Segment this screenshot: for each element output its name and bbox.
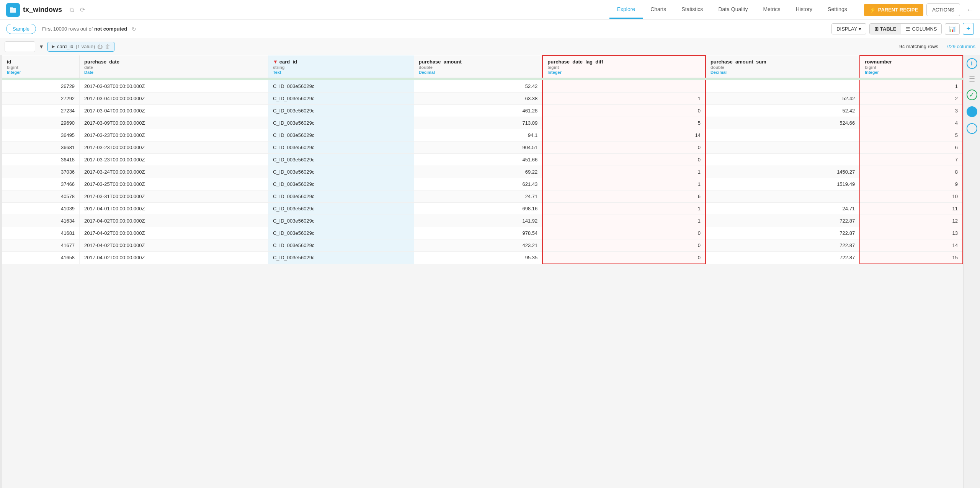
- toolbar: Sample First 10000 rows out of not compu…: [0, 20, 980, 38]
- cell-amount-sum: 52.42: [706, 93, 860, 105]
- cell-card-id: C_ID_003e56029c: [268, 129, 414, 142]
- menu-icon[interactable]: ☰: [969, 75, 975, 83]
- cell-rownumber: 8: [860, 166, 963, 178]
- tab-statistics[interactable]: Statistics: [674, 1, 710, 19]
- cell-rownumber: 4: [860, 117, 963, 129]
- cell-purchase-amount: 52.42: [414, 80, 542, 93]
- cell-purchase-date: 2017-03-31T00:00:00.000Z: [80, 190, 268, 203]
- check-icon[interactable]: ✓: [967, 89, 977, 100]
- tab-metrics[interactable]: Metrics: [755, 1, 788, 19]
- cell-amount-sum: 524.66: [706, 117, 860, 129]
- right-sidebar: i ☰ ✓: [963, 55, 980, 488]
- cell-rownumber: 13: [860, 227, 963, 239]
- cell-purchase-amount: 141.92: [414, 215, 542, 227]
- cell-purchase-amount: 451.66: [414, 154, 542, 166]
- cell-amount-sum: 722.87: [706, 239, 860, 252]
- columns-icon: ☰: [906, 26, 910, 32]
- cell-purchase-date: 2017-03-04T00:00:00.000Z: [80, 93, 268, 105]
- cell-amount-sum: [706, 154, 860, 166]
- cell-lag-diff: 1: [542, 203, 706, 215]
- display-button[interactable]: DISPLAY ▾: [831, 23, 866, 34]
- cell-amount-sum: [706, 80, 860, 93]
- cell-id: 40578: [2, 190, 80, 203]
- filter-delete-button[interactable]: 🗑: [105, 44, 110, 50]
- back-button[interactable]: ←: [966, 5, 974, 14]
- table-row: 410392017-04-01T00:00:00.000ZC_ID_003e56…: [2, 203, 963, 215]
- tab-settings[interactable]: Settings: [820, 1, 855, 19]
- info-icon[interactable]: i: [967, 58, 977, 69]
- table-row: 366812017-03-23T00:00:00.000ZC_ID_003e56…: [2, 142, 963, 154]
- separator: ·: [941, 44, 943, 49]
- cell-purchase-amount: 63.38: [414, 93, 542, 105]
- cell-rownumber: 7: [860, 154, 963, 166]
- table-row: 374662017-03-25T00:00:00.000ZC_ID_003e56…: [2, 178, 963, 190]
- table-row: 364182017-03-23T00:00:00.000ZC_ID_003e56…: [2, 154, 963, 166]
- circle-icon-1[interactable]: [967, 106, 977, 117]
- cell-id: 27292: [2, 93, 80, 105]
- filter-arrow-icon: ▶: [52, 44, 55, 49]
- table-row: 370362017-03-24T00:00:00.000ZC_ID_003e56…: [2, 166, 963, 178]
- cell-card-id: C_ID_003e56029c: [268, 252, 414, 264]
- columns-view-button[interactable]: ☰ COLUMNS: [901, 24, 941, 34]
- matching-rows: 94 matching rows: [899, 44, 938, 49]
- cell-purchase-amount: 69.22: [414, 166, 542, 178]
- sample-button[interactable]: Sample: [6, 24, 36, 34]
- cell-lag-diff: 0: [542, 105, 706, 117]
- table-scroll[interactable]: id bigint Integer purchase_date date Dat…: [2, 55, 963, 488]
- cell-id: 41634: [2, 215, 80, 227]
- refresh-icon[interactable]: ↻: [132, 26, 136, 32]
- tab-history[interactable]: History: [788, 1, 820, 19]
- actions-button[interactable]: ACTIONS: [926, 3, 960, 16]
- cell-purchase-date: 2017-04-02T00:00:00.000Z: [80, 239, 268, 252]
- tab-charts[interactable]: Charts: [643, 1, 674, 19]
- history-icon[interactable]: ⟳: [78, 5, 87, 15]
- cell-amount-sum: 52.42: [706, 105, 860, 117]
- cell-rownumber: 9: [860, 178, 963, 190]
- tab-explore[interactable]: Explore: [609, 1, 643, 19]
- cell-card-id: C_ID_003e56029c: [268, 227, 414, 239]
- dataset-name: tx_windows: [23, 6, 62, 14]
- copy-icon[interactable]: ⧉: [68, 5, 75, 15]
- cell-purchase-amount: 621.43: [414, 178, 542, 190]
- chart-view-button[interactable]: 📊: [945, 23, 960, 35]
- parent-recipe-button[interactable]: ⚡ PARENT RECIPE: [864, 4, 924, 16]
- table-body: 267292017-03-03T00:00:00.000ZC_ID_003e56…: [2, 80, 963, 264]
- table-row: 405782017-03-31T00:00:00.000ZC_ID_003e56…: [2, 190, 963, 203]
- filter-chevron[interactable]: ▾: [38, 42, 44, 51]
- tab-data-quality[interactable]: Data Quality: [710, 1, 755, 19]
- cell-lag-diff: 1: [542, 178, 706, 190]
- cell-rownumber: 10: [860, 190, 963, 203]
- cell-purchase-date: 2017-03-09T00:00:00.000Z: [80, 117, 268, 129]
- filter-chip: ▶ card_id (1 value) ⏻ 🗑: [47, 42, 114, 52]
- cell-purchase-date: 2017-03-23T00:00:00.000Z: [80, 129, 268, 142]
- cell-id: 36418: [2, 154, 80, 166]
- table-row: 272922017-03-04T00:00:00.000ZC_ID_003e56…: [2, 93, 963, 105]
- search-input[interactable]: [5, 41, 35, 52]
- cell-purchase-date: 2017-03-25T00:00:00.000Z: [80, 178, 268, 190]
- cell-purchase-date: 2017-03-03T00:00:00.000Z: [80, 80, 268, 93]
- cell-rownumber: 2: [860, 93, 963, 105]
- filter-power-button[interactable]: ⏻: [97, 44, 103, 50]
- circle-icon-2[interactable]: [967, 123, 977, 134]
- add-button[interactable]: +: [963, 23, 974, 35]
- col-header-card-id: ▼ card_id string Text: [268, 55, 414, 78]
- cell-lag-diff: 0: [542, 142, 706, 154]
- cell-id: 41039: [2, 203, 80, 215]
- cell-card-id: C_ID_003e56029c: [268, 154, 414, 166]
- cell-rownumber: 3: [860, 105, 963, 117]
- cell-amount-sum: 24.71: [706, 203, 860, 215]
- cell-card-id: C_ID_003e56029c: [268, 178, 414, 190]
- table-row: 364952017-03-23T00:00:00.000ZC_ID_003e56…: [2, 129, 963, 142]
- cell-purchase-amount: 24.71: [414, 190, 542, 203]
- col-header-purchase-amount: purchase_amount double Decimal: [414, 55, 542, 78]
- table-view-button[interactable]: ⊞ TABLE: [870, 24, 901, 34]
- cell-lag-diff: 14: [542, 129, 706, 142]
- top-nav: tx_windows ⧉ ⟳ Explore Charts Statistics…: [0, 0, 980, 20]
- cell-amount-sum: [706, 190, 860, 203]
- bar-chart-icon: 📊: [949, 26, 956, 32]
- cell-card-id: C_ID_003e56029c: [268, 190, 414, 203]
- columns-link[interactable]: 7/29 columns: [946, 44, 975, 49]
- cell-card-id: C_ID_003e56029c: [268, 80, 414, 93]
- table-row: 416342017-04-02T00:00:00.000ZC_ID_003e56…: [2, 215, 963, 227]
- cell-amount-sum: 722.87: [706, 252, 860, 264]
